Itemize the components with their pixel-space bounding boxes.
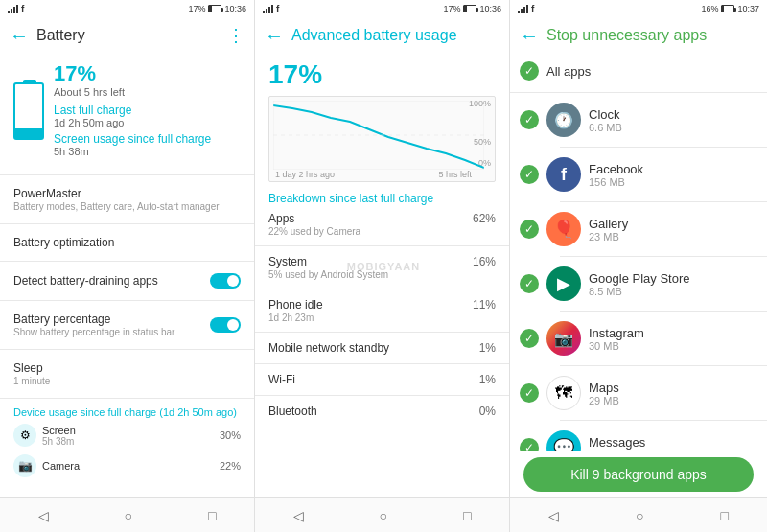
kill-apps-button[interactable]: Kill 9 background apps bbox=[523, 457, 754, 492]
battery-time-remaining: About 5 hrs left bbox=[54, 86, 241, 98]
detect-toggle[interactable] bbox=[210, 273, 241, 289]
breakdown-system-name: System bbox=[268, 255, 307, 268]
camera-usage-name: Camera bbox=[42, 460, 214, 472]
battery-icon-2 bbox=[463, 5, 476, 12]
battery-optimization-item[interactable]: Battery optimization bbox=[0, 228, 254, 257]
last-charge-label: Last full charge bbox=[54, 104, 241, 117]
breakdown-mobile: Mobile network standby 1% bbox=[255, 336, 509, 359]
status-bar-1: f 17% 10:36 bbox=[0, 0, 254, 17]
facebook-icon: f bbox=[546, 157, 581, 192]
playstore-icon: ▶ bbox=[546, 266, 581, 301]
app-list: ✓ 🕐 Clock 6.6 MB ✓ f Facebook 156 MB bbox=[510, 97, 767, 451]
maps-icon: 🗺 bbox=[546, 376, 581, 410]
sleep-label: Sleep bbox=[13, 361, 50, 375]
back-nav-3[interactable]: ◁ bbox=[539, 504, 569, 527]
nav-bar-1: ◁ ○ □ bbox=[0, 497, 254, 532]
powermaster-item[interactable]: PowerMaster Battery modes, Battery care,… bbox=[0, 179, 254, 220]
breakdown-apps-name: Apps bbox=[268, 212, 294, 225]
breakdown-apps-pct: 62% bbox=[473, 212, 496, 225]
sleep-item[interactable]: Sleep 1 minute bbox=[0, 354, 254, 394]
all-apps-row[interactable]: ✓ All apps bbox=[510, 54, 767, 88]
app-maps-item[interactable]: ✓ 🗺 Maps 29 MB bbox=[510, 370, 767, 416]
battery-pct-setting-sub: Show battery percentage in status bar bbox=[13, 327, 174, 337]
battery-percentage: 17% bbox=[54, 61, 241, 86]
detect-draining-label: Detect battery-draining apps bbox=[13, 274, 158, 288]
battery-pct-status-2: 17% bbox=[443, 4, 460, 13]
battery-pct-toggle[interactable] bbox=[210, 317, 241, 333]
breakdown-idle-sub: 1d 2h 23m bbox=[268, 312, 496, 323]
chart-x-right: 5 hrs left bbox=[438, 170, 472, 179]
battery-header: 17% About 5 hrs left Last full charge 1d… bbox=[0, 54, 254, 171]
screen-icon: ⚙ bbox=[13, 424, 36, 447]
usage-screen-item[interactable]: ⚙ Screen 5h 38m 30% bbox=[0, 420, 254, 451]
app-clock-item[interactable]: ✓ 🕐 Clock 6.6 MB bbox=[510, 97, 767, 143]
nav-bar-3: ◁ ○ □ bbox=[510, 497, 767, 532]
breakdown-list: Apps 62% 22% used by Camera System 16% 5… bbox=[255, 207, 509, 423]
signal-icon-3 bbox=[518, 4, 528, 13]
back-button-1[interactable]: ← bbox=[10, 25, 29, 47]
recent-nav-2[interactable]: □ bbox=[453, 504, 480, 527]
back-button-2[interactable]: ← bbox=[265, 25, 284, 47]
signal-icon-1 bbox=[8, 4, 18, 13]
breakdown-wifi-pct: 1% bbox=[479, 373, 496, 386]
top-bar-2: ← Advanced battery usage bbox=[255, 17, 509, 54]
gallery-check: ✓ bbox=[520, 220, 539, 239]
playstore-name: Google Play Store bbox=[589, 271, 757, 286]
time-3: 10:37 bbox=[737, 4, 759, 13]
back-nav-2[interactable]: ◁ bbox=[284, 504, 314, 527]
facebook-check: ✓ bbox=[520, 165, 539, 184]
breakdown-title: Breakdown since last full charge bbox=[255, 186, 509, 207]
status-bar-2: f 17% 10:36 bbox=[255, 0, 509, 17]
home-nav-1[interactable]: ○ bbox=[115, 504, 142, 527]
clock-icon: 🕐 bbox=[546, 103, 581, 137]
app-playstore-item[interactable]: ✓ ▶ Google Play Store 8.5 MB bbox=[510, 261, 767, 307]
battery-panel: f 17% 10:36 ← Battery ⋮ 17% About 5 hrs bbox=[0, 0, 255, 532]
recent-nav-3[interactable]: □ bbox=[711, 504, 738, 527]
breakdown-wifi: Wi-Fi 1% bbox=[255, 368, 509, 391]
adv-battery-percent: 17% bbox=[255, 54, 509, 92]
breakdown-system-sub: 5% used by Android System bbox=[268, 269, 496, 280]
signal-icon-2 bbox=[263, 4, 273, 13]
breakdown-mobile-name: Mobile network standby bbox=[268, 341, 389, 355]
time-1: 10:36 bbox=[224, 4, 246, 13]
back-nav-1[interactable]: ◁ bbox=[29, 504, 58, 527]
facebook-size: 156 MB bbox=[589, 176, 757, 188]
app-messages-item[interactable]: ✓ 💬 Messages 29 MB bbox=[510, 425, 767, 451]
camera-icon: 📷 bbox=[13, 454, 36, 477]
powermaster-title: PowerMaster bbox=[13, 187, 220, 200]
battery-pct-status-1: 17% bbox=[188, 4, 205, 13]
messages-size: 29 MB bbox=[589, 450, 757, 452]
breakdown-bluetooth-name: Bluetooth bbox=[268, 405, 317, 418]
breakdown-wifi-name: Wi-Fi bbox=[268, 373, 295, 386]
app-gallery-item[interactable]: ✓ 🎈 Gallery 23 MB bbox=[510, 206, 767, 252]
app-instagram-item[interactable]: ✓ 📷 Instagram 30 MB bbox=[510, 315, 767, 361]
screen-usage-name: Screen bbox=[42, 425, 214, 436]
home-nav-2[interactable]: ○ bbox=[370, 504, 397, 527]
battery-icon-3 bbox=[721, 5, 734, 12]
screen-usage-pct: 30% bbox=[220, 429, 241, 441]
page-title-3: Stop unnecessary apps bbox=[546, 27, 707, 44]
home-nav-3[interactable]: ○ bbox=[626, 504, 653, 527]
gallery-name: Gallery bbox=[589, 217, 757, 231]
fb-icon-3: f bbox=[531, 4, 534, 14]
clock-check: ✓ bbox=[520, 110, 539, 129]
maps-check: ✓ bbox=[520, 383, 539, 403]
recent-nav-1[interactable]: □ bbox=[198, 504, 225, 527]
back-button-3[interactable]: ← bbox=[520, 25, 539, 47]
battery-pct-status-3: 16% bbox=[701, 4, 718, 13]
instagram-size: 30 MB bbox=[589, 340, 757, 352]
breakdown-apps-sub: 22% used by Camera bbox=[268, 226, 496, 237]
sleep-value: 1 minute bbox=[13, 376, 50, 386]
gallery-icon: 🎈 bbox=[546, 212, 581, 246]
instagram-icon: 📷 bbox=[546, 321, 581, 356]
app-facebook-item[interactable]: ✓ f Facebook 156 MB bbox=[510, 151, 767, 197]
clock-size: 6.6 MB bbox=[589, 122, 757, 133]
usage-camera-item[interactable]: 📷 Camera 22% bbox=[0, 451, 254, 481]
more-icon-1[interactable]: ⋮ bbox=[227, 25, 244, 46]
nav-bar-2: ◁ ○ □ bbox=[255, 497, 509, 532]
status-bar-3: f 16% 10:37 bbox=[510, 0, 767, 17]
battery-percentage-item[interactable]: Battery percentage Show battery percenta… bbox=[0, 305, 254, 345]
facebook-name: Facebook bbox=[589, 162, 757, 176]
chart-x-left: 1 day 2 hrs ago bbox=[275, 170, 335, 179]
detect-draining-item[interactable]: Detect battery-draining apps bbox=[0, 266, 254, 296]
